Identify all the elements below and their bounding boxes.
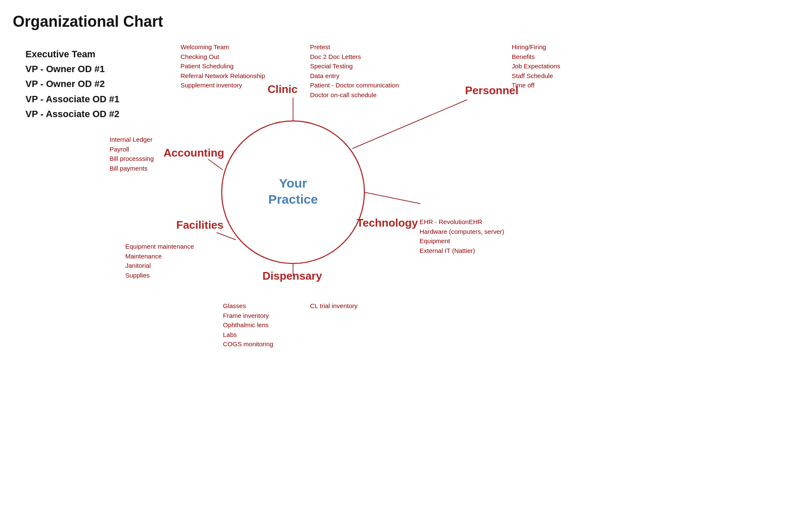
- svg-line-5: [208, 159, 223, 170]
- svg-text:Practice: Practice: [268, 192, 318, 206]
- personnel-label: Personnel: [465, 84, 519, 97]
- personnel-detail: Hiring/FiringBenefitsJob ExpectationsSta…: [512, 42, 560, 90]
- technology-detail: EHR - RevolutionEHRHardware (computers, …: [420, 217, 504, 255]
- technology-label: Technology: [357, 216, 418, 230]
- clinic-detail-left: Welcoming TeamChecking OutPatient Schedu…: [180, 42, 265, 90]
- facilities-detail: Equipment maintenanceMaintenanceJanitori…: [125, 242, 194, 280]
- dispensary-label: Dispensary: [262, 269, 322, 283]
- dispensary-detail-right: CL trial inventory: [310, 301, 358, 311]
- clinic-detail-right: PretestDoc 2 Doc LettersSpecial TestingD…: [310, 42, 399, 100]
- clinic-label: Clinic: [268, 83, 298, 96]
- svg-text:Your: Your: [279, 176, 307, 190]
- accounting-detail: Internal LedgerPayrollBill processsingBi…: [110, 135, 154, 173]
- svg-line-6: [364, 192, 420, 204]
- org-chart-svg: Your Practice: [0, 0, 812, 505]
- dispensary-detail-left: GlassesFrame inventoryOphthalmic lensLab…: [223, 301, 273, 349]
- facilities-label: Facilities: [176, 219, 223, 232]
- accounting-label: Accounting: [164, 146, 224, 160]
- svg-line-4: [352, 100, 467, 149]
- svg-line-7: [217, 233, 236, 240]
